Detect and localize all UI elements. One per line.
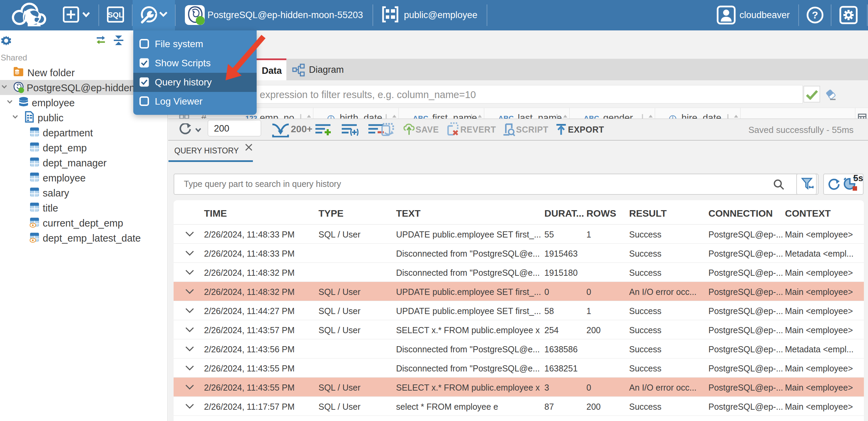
- svg-text:?: ?: [812, 9, 818, 21]
- svg-text:SQL: SQL: [108, 11, 123, 19]
